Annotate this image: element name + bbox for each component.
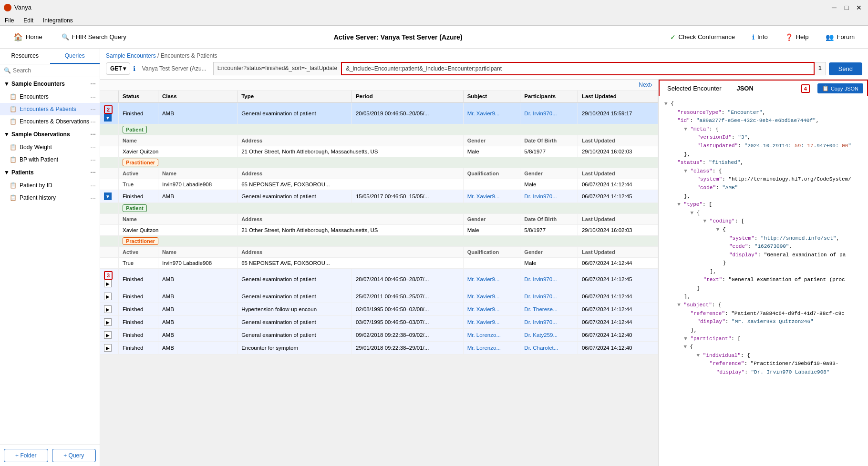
table-row[interactable]: ▶ Finished AMB Hypertension follow-up en… <box>100 303 658 316</box>
json-line: ▼ "coding": [ <box>664 217 862 226</box>
encounters-patients-menu-icon[interactable]: ··· <box>90 105 96 113</box>
sidebar-item-bp-with-patient[interactable]: 📋 BP with Patient ··· <box>0 153 100 166</box>
expand-cell[interactable]: ▶ <box>100 316 119 329</box>
body-weight-menu-icon[interactable]: ··· <box>90 143 96 151</box>
section-sample-encounters-header[interactable]: ▼ Sample Encounters ··· <box>0 77 100 91</box>
participants-cell[interactable]: Dr. Therese... <box>520 303 578 316</box>
table-row[interactable]: ▶ Finished AMB Encounter for symptom 29/… <box>100 342 658 355</box>
section-sample-observations-label: Sample Observations <box>10 131 90 138</box>
expand-button[interactable]: ▶ <box>104 305 112 313</box>
participants-cell[interactable]: Dr. Irvin970... <box>520 290 578 303</box>
menu-integrations[interactable]: Integrations <box>41 16 75 25</box>
section-menu-icon[interactable]: ··· <box>90 80 96 88</box>
query-url-part2-highlighted[interactable]: &_include=Encounter:patient&_include=Enc… <box>341 62 815 75</box>
method-button[interactable]: GET ▾ <box>106 62 130 75</box>
subject-cell[interactable]: Mr. Lorenzo... <box>463 329 520 342</box>
home-button[interactable]: 🏠 Home <box>8 30 48 44</box>
participants-cell[interactable]: Dr. Charolet... <box>520 342 578 355</box>
encounters-menu-icon[interactable]: ··· <box>90 93 96 101</box>
sidebar-item-body-weight[interactable]: 📋 Body Weight ··· <box>0 141 100 153</box>
sidebar-item-patient-by-id[interactable]: 📋 Patient by ID ··· <box>0 179 100 192</box>
next-bar[interactable]: Next › <box>100 80 658 91</box>
subject-cell[interactable]: Mr. Lorenzo... <box>463 342 520 355</box>
query-url-part1[interactable]: Encounter?status=finished&_sort=-_lastUp… <box>213 62 341 75</box>
expand-cell[interactable]: ▶ <box>100 303 119 316</box>
class-cell: AMB <box>158 329 237 342</box>
expand-button[interactable]: ▶ <box>104 280 112 287</box>
period-cell: 09/02/2018 09:22:38–09/02/... <box>351 329 463 342</box>
copy-json-button[interactable]: 📋 Copy JSON <box>817 83 863 93</box>
type-cell: Hypertension follow-up encoun <box>238 303 352 316</box>
json-line: "status": "finished", <box>664 159 862 167</box>
menu-file[interactable]: File <box>3 16 16 25</box>
fhir-search-button[interactable]: 🔍 FHIR Search Query <box>56 30 132 43</box>
expand-button[interactable]: ▶ <box>104 318 112 326</box>
expand-button[interactable]: ▶ <box>104 293 112 300</box>
sidebar-item-patient-history[interactable]: 📋 Patient history ··· <box>0 192 100 204</box>
expand-button[interactable]: ▶ <box>104 344 112 352</box>
help-button[interactable]: ❓ Help <box>779 30 815 44</box>
participants-cell[interactable]: Dr. Irvin970... <box>520 190 578 203</box>
bp-patient-menu-icon[interactable]: ··· <box>90 156 96 163</box>
info-button[interactable]: ℹ Info <box>746 30 774 44</box>
menu-edit[interactable]: Edit <box>21 16 35 25</box>
expand-cell[interactable]: 2▼ <box>100 102 119 124</box>
check-conformance-button[interactable]: ✓ Check Conformance <box>664 30 741 44</box>
sidebar-item-encounters-observations[interactable]: 📋 Encounters & Observations ··· <box>0 115 100 128</box>
minimize-button[interactable]: ─ <box>829 2 839 13</box>
expand-cell[interactable]: ▼ <box>100 190 119 203</box>
section-patients-header[interactable]: ▼ Patients ··· <box>0 166 100 179</box>
sidebar-item-encounters[interactable]: 📋 Encounters ··· <box>0 91 100 103</box>
subject-cell[interactable]: Mr. Xavier9... <box>463 190 520 203</box>
query-info-icon[interactable]: ℹ <box>133 65 135 72</box>
patient-history-menu-icon[interactable]: ··· <box>90 194 96 202</box>
participants-cell[interactable]: Dr. Katy259... <box>520 329 578 342</box>
add-folder-button[interactable]: + Folder <box>4 449 48 462</box>
last-updated-cell: 29/10/2024 15:59:17 <box>578 102 658 124</box>
table-row[interactable]: ▶ Finished AMB General examination of pa… <box>100 316 658 329</box>
participants-cell[interactable]: Dr. Irvin970... <box>520 269 578 290</box>
add-query-button[interactable]: + Query <box>52 449 96 462</box>
subject-cell[interactable]: Mr. Xavier9... <box>463 316 520 329</box>
table-section: Next › Status Class Type Period Subject … <box>100 80 658 466</box>
participants-cell[interactable]: Dr. Irvin970... <box>520 102 578 124</box>
subject-cell[interactable]: Mr. Xavier9... <box>463 290 520 303</box>
obs-section-menu-icon[interactable]: ··· <box>90 131 96 138</box>
expand-button[interactable]: ▶ <box>104 331 112 339</box>
close-button[interactable]: ✕ <box>854 2 864 13</box>
subject-cell[interactable]: Mr. Xavier9... <box>463 102 520 124</box>
breadcrumb-link[interactable]: Sample Encounters <box>106 52 156 59</box>
encounters-obs-menu-icon[interactable]: ··· <box>90 118 96 125</box>
table-row[interactable]: ▼ Finished AMB General examination of pa… <box>100 190 658 203</box>
tab-json[interactable]: JSON <box>729 81 761 97</box>
section-sample-observations-header[interactable]: ▼ Sample Observations ··· <box>0 128 100 141</box>
json-line: ▼ { <box>664 343 862 352</box>
patients-section-menu-icon[interactable]: ··· <box>90 169 96 176</box>
subject-cell[interactable]: Mr. Xavier9... <box>463 303 520 316</box>
tab-selected-encounter[interactable]: Selected Encounter <box>660 81 729 97</box>
patient-by-id-menu-icon[interactable]: ··· <box>90 182 96 189</box>
expand-cell[interactable]: ▶ <box>100 290 119 303</box>
send-button[interactable]: Send <box>829 62 862 75</box>
expand-cell[interactable]: 3▶ <box>100 269 119 290</box>
expand-cell[interactable]: ▶ <box>100 329 119 342</box>
subject-cell[interactable]: Mr. Xavier9... <box>463 269 520 290</box>
participants-cell[interactable]: Dr. Irvin970... <box>520 316 578 329</box>
next-label: Next <box>639 81 651 88</box>
row-num-badge: 2 <box>104 105 113 114</box>
expand-button[interactable]: ▼ <box>104 114 112 122</box>
table-row[interactable]: 3▶ Finished AMB General examination of p… <box>100 269 658 290</box>
forum-button[interactable]: 👥 Forum <box>820 30 860 44</box>
table-row[interactable]: ▶ Finished AMB General examination of pa… <box>100 329 658 342</box>
practitioner-qualification <box>463 179 520 190</box>
table-row[interactable]: ▶ Finished AMB General examination of pa… <box>100 290 658 303</box>
json-line: ▼ "subject": { <box>664 301 862 310</box>
expand-button[interactable]: ▼ <box>104 192 112 200</box>
expand-cell[interactable]: ▶ <box>100 342 119 355</box>
maximize-button[interactable]: □ <box>841 2 852 13</box>
search-input[interactable] <box>13 67 96 74</box>
sidebar-item-encounters-patients[interactable]: 📋 Encounters & Patients ··· <box>0 103 100 115</box>
tab-resources[interactable]: Resources <box>0 49 50 64</box>
tab-queries[interactable]: Queries <box>50 49 100 64</box>
table-row[interactable]: 2▼ Finished AMB General examination of p… <box>100 102 658 124</box>
